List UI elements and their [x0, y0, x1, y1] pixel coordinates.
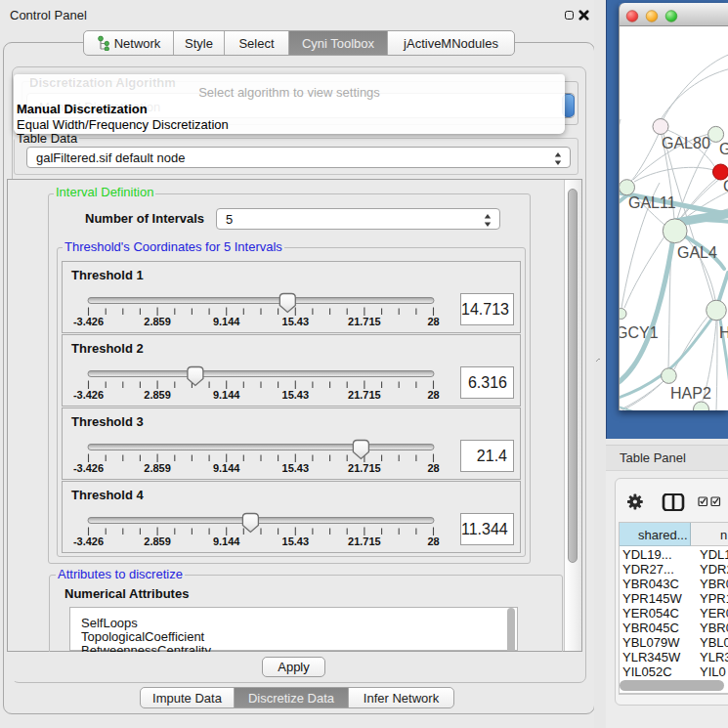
svg-text:15.43: 15.43 [282, 389, 310, 401]
svg-text:28: 28 [427, 535, 439, 547]
svg-text:15.43: 15.43 [282, 462, 310, 474]
svg-text:HAP2: HAP2 [670, 385, 711, 402]
svg-text:9.144: 9.144 [213, 535, 240, 547]
svg-text:-3.426: -3.426 [73, 462, 104, 474]
svg-text:-3.426: -3.426 [73, 535, 104, 547]
svg-text:21.715: 21.715 [348, 316, 381, 327]
svg-text:GA: GA [719, 141, 728, 157]
svg-text:2.859: 2.859 [144, 389, 171, 401]
svg-text:9.144: 9.144 [213, 389, 240, 401]
svg-text:9.144: 9.144 [213, 316, 240, 327]
svg-text:GAL80: GAL80 [662, 135, 710, 151]
svg-text:2.859: 2.859 [144, 462, 171, 474]
svg-text:21.715: 21.715 [348, 389, 381, 401]
svg-text:-3.426: -3.426 [73, 316, 104, 327]
svg-text:9.144: 9.144 [213, 462, 240, 474]
svg-text:C: C [723, 178, 728, 194]
svg-text:28: 28 [427, 389, 439, 401]
svg-text:21.715: 21.715 [348, 462, 381, 474]
svg-text:H: H [719, 324, 728, 341]
svg-text:2.859: 2.859 [144, 316, 171, 327]
svg-text:GCY1: GCY1 [619, 324, 659, 341]
svg-text:-3.426: -3.426 [73, 389, 104, 401]
svg-text:15.43: 15.43 [282, 316, 310, 327]
svg-text:GAL4: GAL4 [677, 244, 717, 261]
svg-text:15.43: 15.43 [282, 535, 310, 547]
svg-text:2.859: 2.859 [144, 535, 171, 547]
svg-text:28: 28 [427, 462, 439, 474]
svg-text:21.715: 21.715 [348, 535, 381, 547]
svg-text:28: 28 [427, 316, 439, 327]
svg-text:GAL11: GAL11 [628, 194, 676, 211]
